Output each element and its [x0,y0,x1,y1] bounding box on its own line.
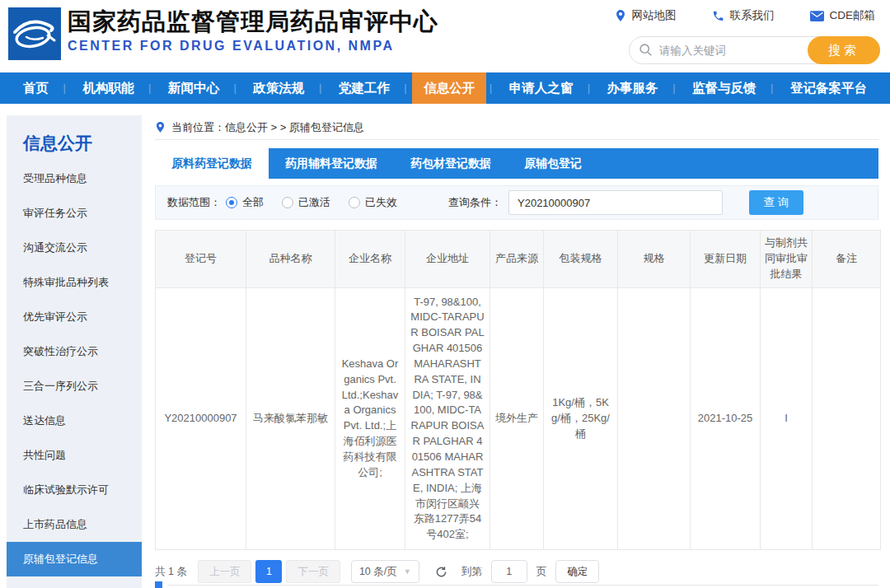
tab-bar: 原料药登记数据 药用辅料登记数据 药包材登记数据 原辅包登记 [155,148,878,179]
chevron-down-icon: ▼ [404,567,411,576]
footer-accent-mark [155,581,162,588]
col-product-source: 产品来源 [490,231,544,288]
main-nav: 首页 机构职能 新闻中心 政策法规 党建工作 信息公开 申请人之窗 办事服务 监… [0,72,890,104]
contact-link[interactable]: 联系我们 [712,8,774,23]
page: 国家药品监督管理局药品审评中心 CENTER FOR DRUG EVALUATI… [0,0,890,588]
nav-item-registration-platform[interactable]: 登记备案平台 [779,72,878,104]
next-page-button[interactable]: 下一页 [286,560,340,583]
cell-variety-name: 马来酸氯苯那敏 [246,287,335,550]
site-search: 搜索 [629,36,880,64]
cell-update-date: 2021-10-25 [691,287,761,550]
page-size-select[interactable]: 10 条/页 ▼ [351,560,419,583]
footer-divider [167,585,878,586]
sidebar-item-special-approval[interactable]: 特殊审批品种列表 [7,265,142,300]
col-remark: 备注 [813,231,881,288]
radio-all[interactable]: 全部 [226,195,264,210]
footer-top-edge [155,581,878,588]
nav-item-info-disclosure[interactable]: 信息公开 [412,72,486,104]
sidebar-item-marketed-drugs[interactable]: 上市药品信息 [7,507,142,542]
query-input[interactable] [508,190,723,215]
nav-item-applicant[interactable]: 申请人之窗 [498,72,585,104]
col-company-address: 企业地址 [405,231,490,288]
sidebar-item-review-tasks[interactable]: 审评任务公示 [7,196,142,231]
nav-item-party[interactable]: 党建工作 [327,72,401,104]
radio-activated-icon[interactable] [282,197,293,208]
col-packaging-spec: 包装规格 [544,231,618,288]
nav-item-home[interactable]: 首页 [12,72,60,104]
main-content: 当前位置：信息公开 > > 原辅包登记信息 原料药登记数据 药用辅料登记数据 药… [155,115,878,583]
sidebar-item-raw-excipient-packaging[interactable]: 原辅包登记信息 [7,542,142,576]
sidebar-item-common-issues[interactable]: 共性问题 [7,438,142,473]
radio-activated[interactable]: 已激活 [282,195,330,210]
sidebar-item-communication[interactable]: 沟通交流公示 [7,231,142,265]
col-joint-review-result: 与制剂共同审批审批结果 [761,231,813,288]
phone-icon [712,10,724,22]
filter-bar: 数据范围： 全部 已激活 已失效 查询条件： 查 询 [155,185,878,220]
search-icon [639,43,653,57]
radio-expired-icon[interactable] [349,197,360,208]
cell-spec [618,287,691,550]
cell-packaging-spec: 1Kg/桶，5Kg/桶，25Kg/桶 [544,287,618,550]
cell-remark [813,287,881,550]
col-spec: 规格 [618,231,691,288]
sidebar-title: 信息公开 [7,115,142,161]
radio-all-icon[interactable] [226,197,237,208]
pagination: 共 1 条 上一页 1 下一页 10 条/页 ▼ 到第 页 确定 [155,560,878,583]
cell-registration-no: Y20210000907 [156,287,246,550]
site-subtitle: CENTER FOR DRUG EVALUATION, NMPA [68,39,438,54]
query-button[interactable]: 查 询 [749,190,803,215]
location-pin-icon [615,9,626,22]
total-count: 共 1 条 [155,565,187,579]
mailbox-link[interactable]: CDE邮箱 [810,8,875,23]
sitemap-link[interactable]: 网站地图 [615,8,676,23]
mailbox-label: CDE邮箱 [829,8,875,23]
tab-packaging-registration[interactable]: 药包材登记数据 [394,148,508,179]
cell-product-source: 境外生产 [490,287,544,550]
prev-page-button[interactable]: 上一页 [198,560,252,583]
col-registration-no: 登记号 [156,231,246,288]
nav-item-services[interactable]: 办事服务 [596,72,670,104]
sitemap-label: 网站地图 [631,8,676,23]
site-header: 国家药品监督管理局药品审评中心 CENTER FOR DRUG EVALUATI… [0,0,890,72]
cell-company-address: T-97, 98&100, MIDC-TARAPUR BOISAR PALGHA… [405,287,490,550]
scope-label: 数据范围： [167,195,221,210]
col-company-name: 企业名称 [335,231,405,288]
nav-item-supervision[interactable]: 监督与反馈 [681,72,768,104]
tab-excipient-registration[interactable]: 药用辅料登记数据 [269,148,394,179]
nav-item-news[interactable]: 新闻中心 [157,72,231,104]
col-update-date: 更新日期 [691,231,761,288]
nav-item-functions[interactable]: 机构职能 [71,72,145,104]
tab-api-registration[interactable]: 原料药登记数据 [155,148,269,179]
sidebar-item-delivery-info[interactable]: 送达信息 [7,404,142,438]
confirm-button[interactable]: 确定 [555,560,599,583]
cell-company-name: Keshava Organics Pvt. Ltd.;Keshava Organ… [335,287,405,550]
goto-page-input[interactable] [491,560,527,583]
contact-label: 联系我们 [729,8,774,23]
radio-expired[interactable]: 已失效 [349,195,397,210]
sidebar-item-priority-review[interactable]: 优先审评公示 [7,300,142,334]
cell-joint-review-result: I [761,287,813,550]
current-page-button[interactable]: 1 [255,560,282,583]
envelope-icon [810,11,824,21]
goto-unit: 页 [536,565,547,579]
sidebar-item-accepted-varieties[interactable]: 受理品种信息 [7,161,142,196]
table-row: Y20210000907 马来酸氯苯那敏 Keshava Organics Pv… [156,287,881,550]
scope-radio-group: 全部 已激活 已失效 [226,195,397,210]
site-title: 国家药品监督管理局药品审评中心 [68,6,438,37]
site-title-block: 国家药品监督管理局药品审评中心 CENTER FOR DRUG EVALUATI… [68,6,438,54]
breadcrumb-text: 当前位置：信息公开 > > 原辅包登记信息 [171,120,364,135]
refresh-icon[interactable] [435,566,447,578]
sidebar-item-clinical-trial-license[interactable]: 临床试验默示许可 [7,473,142,507]
sidebar: 信息公开 受理品种信息 审评任务公示 沟通交流公示 特殊审批品种列表 优先审评公… [7,115,142,588]
search-button[interactable]: 搜索 [808,36,880,64]
goto-label: 到第 [461,565,482,579]
nav-item-policy[interactable]: 政策法规 [241,72,316,104]
cde-logo-icon[interactable] [8,7,61,60]
quick-links: 网站地图 联系我们 CDE邮箱 [615,8,875,23]
sidebar-item-three-in-one[interactable]: 三合一序列公示 [7,369,142,404]
registration-table: 登记号 品种名称 企业名称 企业地址 产品来源 包装规格 规格 更新日期 与制剂… [155,230,881,550]
sidebar-item-breakthrough-therapy[interactable]: 突破性治疗公示 [7,334,142,369]
col-variety-name: 品种名称 [246,231,335,288]
tab-raw-excipient-packaging[interactable]: 原辅包登记 [508,148,598,179]
location-pin-icon [155,121,166,133]
